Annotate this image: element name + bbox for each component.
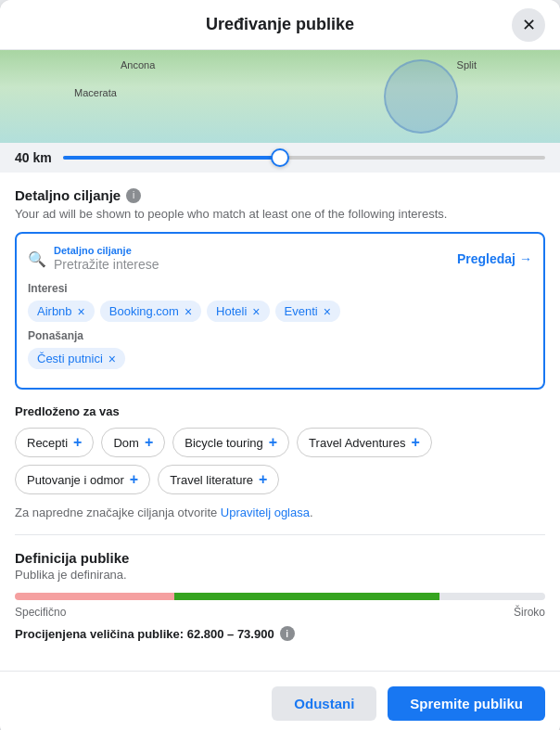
slider-fill: [63, 156, 280, 160]
km-label: 40 km: [15, 150, 52, 165]
modal-header: Uređivanje publike ✕: [0, 0, 560, 50]
map-background: Ancona Split Macerata: [0, 50, 560, 143]
definition-title: Definicija publike: [15, 550, 545, 566]
chip-cesti-putnici: Česti putnici ×: [28, 348, 125, 369]
modal: Uređivanje publike ✕ Ancona Split Macera…: [0, 0, 560, 730]
suggested-chip-bicycle-plus: +: [269, 434, 277, 451]
suggested-chip-travel-lit-plus: +: [259, 471, 267, 488]
chip-cesti-putnici-remove[interactable]: ×: [108, 352, 116, 365]
browse-button[interactable]: Pregledaj →: [457, 251, 532, 266]
definition-section: Definicija publike Publika je definirana…: [15, 534, 545, 641]
map-label-split: Split: [457, 59, 477, 70]
info-icon[interactable]: i: [126, 188, 141, 203]
definition-status: Publika je definirana.: [15, 568, 545, 582]
manager-link[interactable]: Upravitelj oglasa: [221, 506, 310, 519]
suggested-chip-travel-adv-label: Travel Adventures: [309, 436, 405, 450]
browse-arrow: →: [519, 251, 532, 266]
modal-title: Uređivanje publike: [206, 15, 354, 34]
map-label-ancona: Ancona: [121, 59, 155, 70]
search-placeholder: Pretražite interese: [54, 257, 159, 272]
chip-airbnb-remove[interactable]: ×: [78, 305, 85, 318]
slider-thumb[interactable]: [271, 148, 289, 167]
suggested-chip-dom-plus: +: [145, 434, 153, 451]
search-row: 🔍 Detaljno ciljanje Pretražite interese …: [28, 245, 532, 273]
chip-hoteli: Hoteli ×: [207, 301, 269, 322]
suggested-chip-putovanje-plus: +: [130, 471, 138, 488]
section-title-row: Detaljno ciljanje i: [15, 187, 545, 203]
map-label-macerata: Macerata: [74, 87, 117, 98]
search-input-wrap[interactable]: Detaljno ciljanje Pretražite interese: [54, 245, 450, 273]
content: Detaljno ciljanje i Your ad will be show…: [0, 173, 560, 671]
chip-booking-label: Booking.com: [109, 304, 179, 318]
suggested-title: Predloženo za vas: [15, 404, 545, 418]
search-icon: 🔍: [28, 250, 46, 268]
advanced-suffix: .: [310, 506, 313, 519]
suggested-chip-putovanje[interactable]: Putovanje i odmor +: [15, 465, 150, 494]
advanced-text: Za napredne značajke ciljanja otvorite: [15, 506, 221, 519]
gauge-label-left: Specifično: [15, 606, 66, 619]
suggested-chip-recepti-plus: +: [73, 434, 82, 451]
browse-label: Pregledaj: [457, 251, 515, 266]
chip-booking: Booking.com ×: [100, 301, 201, 322]
interests-group: Interesi Airbnb × Booking.com × Hoteli ×: [28, 282, 532, 322]
audience-info-icon[interactable]: i: [280, 626, 295, 641]
chip-eventi: Eventi ×: [275, 301, 340, 322]
gauge-track: [15, 593, 545, 600]
save-button[interactable]: Spremite publiku: [388, 686, 545, 721]
footer: Odustani Spremite publiku: [0, 671, 560, 730]
cancel-button[interactable]: Odustani: [272, 686, 376, 721]
suggested-chip-recepti-label: Recepti: [27, 436, 68, 450]
chip-airbnb: Airbnb ×: [28, 301, 95, 322]
chip-eventi-label: Eventi: [285, 304, 318, 318]
section-description: Your ad will be shown to people who matc…: [15, 207, 545, 221]
suggested-chip-recepti[interactable]: Recepti +: [15, 428, 94, 457]
chip-hoteli-remove[interactable]: ×: [252, 305, 260, 318]
suggested-chip-putovanje-label: Putovanje i odmor: [27, 473, 124, 487]
radius-slider[interactable]: [63, 156, 545, 160]
suggested-chip-dom[interactable]: Dom +: [101, 428, 165, 457]
chip-airbnb-label: Airbnb: [37, 304, 72, 318]
interests-label: Interesi: [28, 282, 532, 295]
audience-size-label: Procijenjena veličina publike: 62.800 – …: [15, 627, 274, 641]
section-title: Detaljno ciljanje: [15, 187, 121, 203]
chip-cesti-putnici-label: Česti putnici: [37, 352, 103, 365]
chip-booking-remove[interactable]: ×: [185, 305, 192, 318]
gauge-rest: [439, 593, 545, 600]
gauge-labels: Specifično Široko: [15, 606, 545, 619]
interests-chips: Airbnb × Booking.com × Hoteli × Eventi ×: [28, 301, 532, 322]
close-icon: ✕: [522, 15, 536, 35]
behaviors-group: Ponašanja Česti putnici ×: [28, 329, 532, 369]
behaviors-chips: Česti putnici ×: [28, 348, 532, 369]
map-radius-circle: [384, 59, 458, 134]
suggested-chip-travel-lit-label: Travel literature: [170, 473, 253, 487]
suggested-chip-bicycle[interactable]: Bicycle touring +: [172, 428, 289, 457]
behaviors-label: Ponašanja: [28, 329, 532, 342]
suggested-chip-travel-lit[interactable]: Travel literature +: [158, 465, 279, 494]
suggested-chip-bicycle-label: Bicycle touring: [185, 436, 263, 450]
suggested-chip-travel-adv-plus: +: [411, 434, 419, 451]
chip-eventi-remove[interactable]: ×: [324, 305, 331, 318]
advanced-link-text: Za napredne značajke ciljanja otvorite U…: [15, 506, 545, 519]
gauge-label-right: Široko: [514, 606, 545, 619]
chip-hoteli-label: Hoteli: [216, 304, 247, 318]
audience-size: Procijenjena veličina publike: 62.800 – …: [15, 626, 545, 641]
gauge-red: [15, 593, 174, 600]
suggested-chip-travel-adv[interactable]: Travel Adventures +: [297, 428, 432, 457]
map-section: Ancona Split Macerata: [0, 50, 560, 143]
suggested-chips: Recepti + Dom + Bicycle touring + Travel…: [15, 428, 545, 494]
search-label: Detaljno ciljanje: [54, 245, 450, 256]
suggested-chip-dom-label: Dom: [113, 436, 138, 450]
slider-section: 40 km: [0, 143, 560, 173]
targeting-box: 🔍 Detaljno ciljanje Pretražite interese …: [15, 232, 545, 390]
close-button[interactable]: ✕: [512, 8, 545, 42]
gauge-green: [174, 593, 439, 600]
